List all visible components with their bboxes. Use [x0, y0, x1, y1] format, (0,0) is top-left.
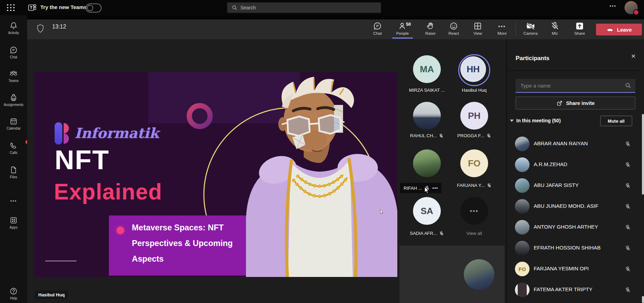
sidebar-item-files[interactable]: Files: [0, 166, 27, 179]
participant-tile-avatar[interactable]: PH: [460, 102, 488, 130]
participant-tile-avatar[interactable]: [413, 149, 441, 177]
close-icon[interactable]: ×: [631, 52, 636, 60]
participant-search-input[interactable]: [520, 82, 625, 89]
sidebar-item-activity[interactable]: Activity: [0, 22, 27, 35]
leave-label: Leave: [617, 27, 632, 33]
mute-all-button[interactable]: Mute all: [600, 116, 632, 126]
participant-tile-avatar[interactable]: FO: [460, 149, 488, 177]
leave-button[interactable]: Leave: [596, 24, 642, 35]
toolbar-divider: [516, 22, 516, 35]
participant-avatar: [515, 137, 530, 151]
people-button[interactable]: 50 People: [391, 22, 414, 35]
view-all-label[interactable]: View all: [448, 231, 500, 236]
participant-tile-avatar[interactable]: [413, 102, 441, 130]
sidebar-item-calendar[interactable]: Calendar: [0, 117, 27, 130]
app-launcher-waffle-icon[interactable]: [6, 3, 15, 12]
share-button[interactable]: Share: [569, 22, 591, 35]
new-teams-toggle[interactable]: [86, 3, 102, 13]
chat-button[interactable]: Chat: [366, 22, 389, 35]
sidebar-item-more[interactable]: •••: [0, 198, 27, 204]
tile-more-options-icon[interactable]: •••: [432, 186, 438, 191]
sidebar-label: Help: [10, 296, 17, 300]
participant-row[interactable]: EFRATH HOSSION SHIHAB: [507, 238, 639, 258]
participant-tile-avatar[interactable]: MA: [413, 55, 441, 83]
participant-avatar: [515, 241, 530, 255]
sidebar-label: Files: [10, 175, 17, 179]
in-this-meeting-section[interactable]: In this meeting (50): [510, 118, 561, 123]
participant-row[interactable]: FO FARJANA YESMIN OPI: [507, 259, 639, 279]
raise-hand-button[interactable]: Raise: [419, 22, 442, 35]
participant-name: ABU JUNAED MOHD. ASIF: [534, 203, 598, 209]
caption-line: Metaverse Spaces: NFT: [132, 223, 224, 232]
sidebar-item-teams[interactable]: Teams: [0, 69, 27, 83]
participant-search-field[interactable]: [516, 79, 635, 93]
toggle-knob: [87, 5, 93, 11]
share-invite-button[interactable]: Share invite: [516, 97, 635, 109]
participant-avatar: [515, 282, 530, 297]
sidebar-item-apps[interactable]: Apps: [0, 216, 27, 229]
teams-logo-icon: [28, 3, 37, 12]
view-button[interactable]: View: [467, 22, 489, 35]
caption-line: Perspectives & Upcoming: [132, 239, 233, 248]
participant-tile-name: MIRZA SAIKAT ...: [401, 88, 453, 93]
top-more-options-icon[interactable]: •••: [610, 3, 617, 9]
chat-icon: [373, 22, 382, 31]
participant-avatar: [515, 199, 530, 214]
slide-caption-box: Metaverse Spaces: NFT Perspectives & Upc…: [109, 215, 246, 276]
sidebar-item-help[interactable]: Help: [0, 287, 27, 300]
bell-icon: [9, 22, 18, 30]
more-button[interactable]: ••• More: [491, 22, 513, 35]
participant-avatar: [515, 157, 530, 172]
slide-brand-name: Informatik: [74, 125, 159, 141]
participant-name: FARJANA YESMIN OPI: [534, 265, 589, 271]
mic-muted-icon: [486, 133, 491, 138]
app-top-bar: Try the new Teams Search •••: [0, 0, 644, 15]
camera-button[interactable]: Camera: [519, 22, 542, 35]
apps-grid-icon: [9, 216, 18, 224]
participant-row[interactable]: ANTONY GHOSH ARTHEY: [507, 217, 639, 237]
participant-avatar: [515, 178, 530, 193]
react-button[interactable]: React: [443, 22, 465, 35]
mic-muted-icon[interactable]: [625, 245, 631, 251]
chat-label: Chat: [373, 31, 382, 35]
participant-name: FATEMA AKTER TRIPTY: [534, 286, 593, 292]
people-label: People: [396, 31, 409, 35]
participant-avatar: FO: [515, 262, 530, 276]
participant-row[interactable]: ABU JUNAED MOHD. ASIF: [507, 196, 639, 216]
share-invite-icon: [556, 100, 563, 106]
teams-people-icon: [9, 69, 18, 78]
caption-bullet-dot: [117, 227, 124, 234]
mic-muted-icon[interactable]: [625, 287, 631, 293]
mic-muted-icon[interactable]: [625, 141, 631, 147]
participant-tile-name: PROGGA F...: [448, 133, 500, 138]
mic-muted-icon[interactable]: [625, 266, 631, 272]
presenter-video-tile[interactable]: [399, 246, 504, 303]
mic-muted-icon[interactable]: [625, 204, 631, 210]
panel-scrollbar-thumb[interactable]: [642, 114, 644, 195]
participant-tile-hover-pill[interactable]: RIFAH ... •••: [400, 183, 442, 193]
sidebar-item-chat[interactable]: Chat: [0, 46, 27, 59]
slide-subtitle: Explained: [54, 179, 162, 205]
sidebar-item-assignments[interactable]: Assignments: [0, 93, 27, 107]
mic-muted-icon[interactable]: [625, 162, 631, 168]
participant-row[interactable]: A.R.M.ZEHAD: [507, 155, 639, 175]
participant-tile-avatar[interactable]: HH: [460, 56, 486, 82]
participant-row[interactable]: FATEMA AKTER TRIPTY: [507, 280, 639, 300]
mic-muted-icon[interactable]: [625, 183, 631, 189]
participant-row[interactable]: ABRAR ANAN RAIYAN: [507, 134, 639, 154]
view-grid-icon: [473, 22, 482, 31]
more-dots-icon: •••: [10, 198, 17, 204]
participant-row[interactable]: [507, 301, 639, 303]
phone-icon: [9, 141, 18, 150]
panel-title: Participants: [516, 55, 549, 62]
global-search-input[interactable]: Search: [227, 2, 381, 13]
participant-tile-avatar[interactable]: SA: [413, 197, 441, 225]
view-all-tile[interactable]: •••: [460, 197, 488, 225]
teams-meeting-window: Try the new Teams Search ••• Activity Ch…: [0, 0, 644, 303]
panel-scrollbar-bottom[interactable]: [642, 296, 644, 303]
participant-row[interactable]: ABU JAFAR SISTY: [507, 175, 639, 196]
mic-muted-icon[interactable]: [625, 224, 631, 230]
mic-button[interactable]: Mic: [544, 22, 566, 35]
try-new-teams-label: Try the new Teams: [40, 4, 87, 10]
sidebar-item-calls[interactable]: Calls: [0, 141, 27, 155]
